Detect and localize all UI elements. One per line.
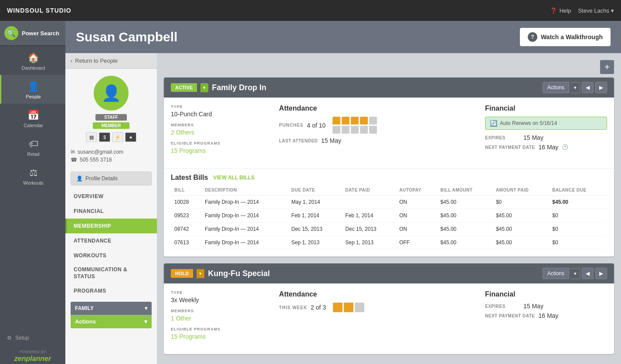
punch-dot [369,126,377,134]
col-description: DESCRIPTION [201,185,288,195]
punch-dot [333,126,340,134]
card-title-1: Kung-Fu Special [208,269,270,278]
profile-details-button[interactable]: 👤 Profile Details [71,172,152,185]
card-header-left-1: HOLD ▾ Kung-Fu Special [171,269,270,278]
main-layout: 🔍 Power Search 🏠 Dashboard 👤 People 📅 Ca… [0,21,621,364]
return-to-people-link[interactable]: ‹ Return to People [65,53,157,69]
sidebar-item-dashboard[interactable]: 🏠 Dashboard [0,46,65,75]
user-menu[interactable]: Steve Lachs ▾ [578,7,614,14]
top-nav-right: ❓ Help Steve Lachs ▾ [550,7,614,14]
renew-icon: 🔄 [490,120,497,127]
profile-email: ✉ susanc@gmail.com [71,149,152,155]
status-badge-hold[interactable]: HOLD [171,269,193,278]
card-header-0: ACTIVE ▾ Family Drop In Actions ▾ ◀ ▶ [164,78,614,98]
financial-expires-1: EXPIRES 15 May [485,303,607,310]
profile-icon-circle[interactable]: ● [125,132,136,142]
profile-nav-overview[interactable]: OVERVIEW [65,189,157,204]
this-week-dots [333,303,364,312]
avatar-icon: 👤 [102,84,121,102]
profile-icon-dollar[interactable]: $ [99,132,110,142]
bills-section-0: Latest Bills VIEW ALL BILLS BILL DESCRIP… [164,168,614,256]
table-row: 07613 Family Drop-In — 2014 Sep 1, 2013 … [171,236,607,249]
profile-nav-workouts[interactable]: WORKOUTS [65,248,157,263]
card-header-right-1: Actions ▾ ◀ ▶ [543,268,607,279]
table-row: 09523 Family Drop-In — 2014 Feb 1, 2014 … [171,209,607,222]
table-row: 10028 Family Drop-In — 2014 May 1, 2014 … [171,195,607,209]
col-autopay: AUTOPAY [396,185,437,195]
profile-icon-buttons: ▤ $ ⚡ ● [86,132,136,142]
cell-date-paid: Dec 15, 2013 [342,222,396,236]
power-search-label: Power Search [22,30,59,37]
sidebar-item-workouts[interactable]: ⚖ Workouts [0,161,65,190]
status-dropdown-0[interactable]: ▾ [200,83,208,92]
search-icon: 🔍 [4,26,18,40]
powered-by: POWERED BY zenplanner [0,346,65,364]
prev-arrow-0[interactable]: ◀ [582,82,594,93]
cell-balance-due: $0 [549,209,607,222]
info-members-0: MEMBERS 2 Others [171,123,268,136]
status-dropdown-1[interactable]: ▾ [197,269,204,278]
cell-date-paid: Sep 1, 2013 [342,236,396,249]
card-title-0: Family Drop In [212,83,266,92]
info-eligible-0: ELIGIBLE PROGRAMS 15 Programs [171,141,268,154]
content-body: ‹ Return to People 👤 STAFF MEMBER ▤ $ ⚡ … [65,53,621,364]
financial-0: Financial 🔄 Auto Renews on 5/16/14 EXPIR… [485,104,607,154]
cell-amount-paid: $0 [492,195,549,209]
sidebar-item-retail[interactable]: 🏷 Retail [0,132,65,161]
table-row: 08742 Family Drop-In — 2014 Dec 15, 2013… [171,222,607,236]
profile-nav-communication[interactable]: COMMUNICATION & STATUS [65,263,157,283]
view-all-bills-link[interactable]: VIEW ALL BILLS [213,175,255,181]
cell-bill-amount: $45.00 [437,209,492,222]
info-members-1: MEMBERS 1 Other [171,309,268,322]
financial-next-payment-0: NEXT PAYMENT DATE 16 May 🕐 [485,144,607,151]
membership-card-0: ACTIVE ▾ Family Drop In Actions ▾ ◀ ▶ [164,78,614,256]
family-button[interactable]: FAMILY ▾ [71,302,152,315]
card-actions-button-1[interactable]: Actions [543,268,569,279]
avatar: 👤 [94,76,129,111]
card-body-0: TYPE 10-Punch Card MEMBERS 2 Others ELIG… [164,98,614,168]
bills-table-0: BILL DESCRIPTION DUE DATE DATE PAID AUTO… [171,185,607,249]
card-header-left-0: ACTIVE ▾ Family Drop In [171,83,266,92]
next-arrow-0[interactable]: ▶ [595,82,607,93]
card-actions-caret-1[interactable]: ▾ [571,268,580,279]
sidebar-item-calendar[interactable]: 📅 Calendar [0,104,65,132]
profile-sidebar: ‹ Return to People 👤 STAFF MEMBER ▤ $ ⚡ … [65,53,157,364]
status-badge-active[interactable]: ACTIVE [171,83,197,92]
sidebar-item-people[interactable]: 👤 People [0,75,65,104]
page-title: Susan Campbell [76,30,177,44]
card-body-1: TYPE 3x Weekly MEMBERS 1 Other ELIGIBLE … [164,283,614,354]
help-button[interactable]: ❓ Help [550,7,571,14]
zenplanner-logo: zenplanner [14,355,51,363]
email-icon: ✉ [71,149,75,155]
actions-button[interactable]: Actions ▾ [71,315,152,328]
cell-description: Family Drop-In — 2014 [201,222,288,236]
col-date-paid: DATE PAID [342,185,396,195]
power-search-button[interactable]: 🔍 Power Search [0,21,65,46]
next-arrow-1[interactable]: ▶ [595,268,607,279]
setup-button[interactable]: ⚙ Setup [0,330,65,346]
card-actions-caret-0[interactable]: ▾ [571,82,580,93]
last-attended-0: LAST ATTENDED 15 May [279,137,475,144]
content-area: Susan Campbell ? Watch a Walkthrough ‹ R… [65,21,621,364]
auto-renew-badge-0: 🔄 Auto Renews on 5/16/14 [485,117,607,130]
profile-nav-membership[interactable]: MEMBERSHIP [65,219,157,233]
sidebar: 🔍 Power Search 🏠 Dashboard 👤 People 📅 Ca… [0,21,65,364]
profile-nav-programs[interactable]: PROGRAMS [65,283,157,298]
add-button[interactable]: + [600,60,614,74]
cell-due-date: May 1, 2014 [288,195,342,209]
membership-card-1: HOLD ▾ Kung-Fu Special Actions ▾ ◀ ▶ [164,263,614,354]
bills-header-0: Latest Bills VIEW ALL BILLS [171,169,607,185]
people-icon: 👤 [27,81,39,92]
walkthrough-button[interactable]: ? Watch a Walkthrough [520,28,611,46]
profile-nav-attendance[interactable]: ATTENDANCE [65,233,157,248]
phone-icon: ☎ [71,157,77,163]
profile-icon-lightning[interactable]: ⚡ [112,132,123,142]
card-actions-button-0[interactable]: Actions [543,82,569,93]
prev-arrow-1[interactable]: ◀ [582,268,594,279]
punch-dot [360,117,368,125]
profile-icon-card[interactable]: ▤ [86,132,97,142]
profile-nav-financial[interactable]: FINANCIAL [65,204,157,219]
cell-due-date: Sep 1, 2013 [288,236,342,249]
cell-autopay: OFF [396,236,437,249]
financial-expires-0: EXPIRES 15 May [485,134,607,141]
